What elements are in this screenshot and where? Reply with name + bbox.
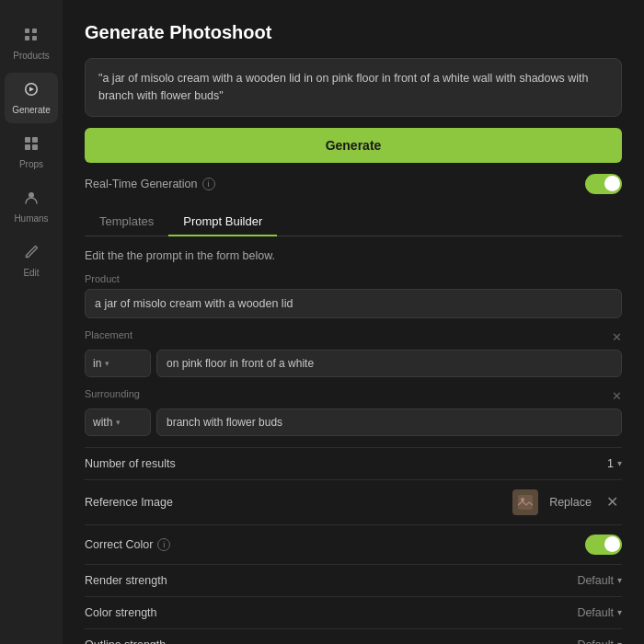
surrounding-preposition-select[interactable]: with ▾ — [85, 408, 151, 436]
realtime-label-group: Real-Time Generation i — [85, 178, 215, 190]
generate-icon — [22, 80, 40, 101]
sidebar-item-props-label: Props — [19, 159, 43, 170]
product-label: Product — [85, 273, 622, 284]
reference-image-row: Reference Image Replace ✕ — [85, 479, 622, 524]
svg-point-4 — [29, 192, 34, 198]
render-strength-value: Default — [577, 574, 614, 587]
num-results-value: 1 — [607, 457, 614, 470]
color-strength-row: Color strength Default ▾ — [85, 596, 622, 628]
num-results-label: Number of results — [85, 457, 176, 470]
num-results-select[interactable]: 1 ▾ — [607, 457, 622, 470]
surrounding-text-input[interactable] — [156, 408, 622, 436]
sidebar-item-products-label: Products — [13, 51, 49, 62]
products-icon — [22, 26, 40, 47]
placement-chevron-icon: ▾ — [105, 359, 109, 368]
sidebar: Products Generate Props — [0, 0, 63, 644]
realtime-info-icon[interactable]: i — [202, 178, 215, 190]
surrounding-label: Surrounding — [85, 388, 140, 399]
sidebar-item-humans-label: Humans — [14, 213, 48, 224]
reference-image-remove-button[interactable]: ✕ — [603, 493, 622, 512]
tab-templates[interactable]: Templates — [85, 207, 168, 236]
sidebar-item-generate-label: Generate — [12, 105, 51, 116]
sidebar-item-edit[interactable]: Edit — [5, 236, 58, 286]
realtime-toggle[interactable] — [585, 174, 622, 194]
surrounding-chevron-icon: ▾ — [116, 418, 121, 427]
color-strength-label: Color strength — [85, 606, 157, 619]
outline-strength-select[interactable]: Default ▾ — [577, 638, 622, 645]
humans-icon — [22, 189, 40, 210]
svg-rect-2 — [25, 144, 30, 150]
num-results-chevron-icon: ▾ — [617, 458, 622, 468]
placement-label: Placement — [85, 329, 132, 340]
svg-rect-3 — [32, 144, 38, 150]
correct-color-toggle[interactable] — [585, 535, 622, 555]
color-strength-select[interactable]: Default ▾ — [577, 606, 622, 619]
render-strength-row: Render strength Default ▾ — [85, 564, 622, 596]
tabs-container: Templates Prompt Builder — [85, 207, 622, 236]
num-results-row: Number of results 1 ▾ — [85, 447, 622, 479]
correct-color-row: Correct Color i — [85, 524, 622, 564]
correct-color-info-icon[interactable]: i — [157, 538, 170, 551]
svg-rect-5 — [518, 495, 533, 510]
replace-button[interactable]: Replace — [546, 494, 595, 511]
sidebar-item-humans[interactable]: Humans — [5, 181, 58, 232]
placement-preposition-select[interactable]: in ▾ — [85, 350, 151, 377]
svg-rect-0 — [25, 137, 30, 143]
tab-prompt-builder[interactable]: Prompt Builder — [168, 207, 277, 236]
product-input[interactable] — [85, 289, 622, 318]
product-field: Product — [85, 273, 622, 318]
reference-image-controls: Replace ✕ — [512, 489, 622, 515]
color-strength-value: Default — [577, 606, 614, 619]
placement-field: Placement ✕ in ▾ — [85, 329, 622, 377]
outline-strength-label: Outline strength — [85, 638, 166, 645]
outline-strength-value: Default — [577, 638, 614, 645]
svg-rect-1 — [32, 137, 38, 143]
reference-image-thumbnail[interactable] — [512, 489, 538, 515]
correct-color-label: Correct Color — [85, 538, 153, 551]
edit-icon — [22, 243, 40, 264]
realtime-row: Real-Time Generation i — [85, 174, 622, 194]
realtime-label: Real-Time Generation — [85, 178, 198, 190]
surrounding-close-icon[interactable]: ✕ — [612, 389, 622, 403]
surrounding-field: Surrounding ✕ with ▾ — [85, 388, 622, 436]
page-title: Generate Photoshoot — [85, 22, 622, 43]
prompt-display: "a jar of misolo cream with a wooden lid… — [85, 58, 622, 117]
render-strength-chevron-icon: ▾ — [617, 575, 622, 585]
main-content: Generate Photoshoot "a jar of misolo cre… — [63, 0, 644, 644]
placement-text-input[interactable] — [156, 350, 622, 377]
form-hint: Edit the the prompt in the form below. — [85, 249, 622, 262]
color-strength-chevron-icon: ▾ — [617, 607, 622, 617]
placement-close-icon[interactable]: ✕ — [612, 330, 622, 344]
outline-strength-chevron-icon: ▾ — [617, 639, 622, 644]
render-strength-label: Render strength — [85, 574, 167, 587]
sidebar-item-edit-label: Edit — [23, 268, 39, 279]
correct-color-label-group: Correct Color i — [85, 538, 170, 551]
render-strength-select[interactable]: Default ▾ — [577, 574, 622, 587]
outline-strength-row: Outline strength Default ▾ — [85, 628, 622, 645]
sidebar-item-props[interactable]: Props — [5, 127, 58, 178]
reference-image-label: Reference Image — [85, 496, 173, 509]
props-icon — [22, 134, 40, 155]
sidebar-item-generate[interactable]: Generate — [5, 73, 58, 123]
sidebar-item-products[interactable]: Products — [5, 18, 58, 69]
generate-button[interactable]: Generate — [85, 128, 622, 163]
